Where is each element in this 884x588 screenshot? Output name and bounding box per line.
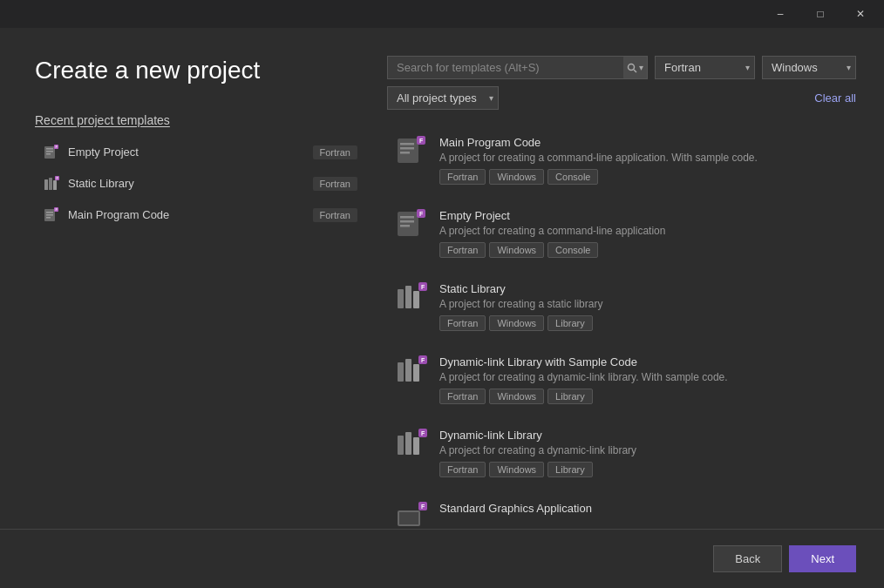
main-container: Create a new project Recent project temp… [0, 28, 884, 588]
tag: Windows [489, 242, 544, 258]
svg-rect-47 [399, 512, 418, 524]
titlebar: – □ ✕ [0, 0, 884, 28]
svg-rect-36 [398, 362, 404, 382]
recent-item-badge: Fortran [313, 177, 357, 191]
svg-text:F: F [421, 284, 425, 290]
template-item[interactable]: F Main Program Code A project for creati… [387, 124, 856, 197]
svg-rect-3 [46, 153, 51, 155]
template-title: Dynamic-link Library with Sample Code [439, 355, 847, 368]
template-item[interactable]: F Empty Project A project for creating a… [387, 197, 856, 270]
svg-rect-42 [405, 432, 411, 455]
template-desc: A project for creating a dynamic-link li… [439, 444, 847, 456]
svg-rect-37 [405, 359, 411, 382]
dynamic-library-icon: F [396, 429, 427, 460]
type-filter[interactable]: All project types Application Library [387, 86, 499, 110]
tag: Windows [489, 389, 544, 404]
svg-rect-38 [413, 364, 419, 382]
language-filter[interactable]: Fortran All languages [655, 56, 755, 79]
platform-filter[interactable]: Windows All platforms [762, 56, 856, 79]
svg-rect-33 [413, 291, 419, 308]
tag-row: Fortran Windows Console [439, 169, 847, 185]
search-box: ▾ [387, 56, 648, 79]
svg-text:F: F [421, 430, 425, 436]
svg-rect-20 [400, 143, 414, 145]
recent-item-badge: Fortran [313, 145, 357, 159]
svg-rect-26 [400, 216, 414, 219]
tag: Windows [489, 462, 544, 477]
svg-rect-19 [398, 139, 418, 163]
template-title: Dynamic-link Library [439, 429, 847, 442]
template-desc: A project for creating a dynamic-link li… [439, 371, 847, 383]
svg-rect-13 [46, 214, 53, 216]
template-item[interactable]: F Standard Graphics Application [387, 490, 856, 529]
main-program-icon: F [44, 207, 59, 223]
svg-rect-25 [398, 212, 418, 236]
next-button[interactable]: Next [789, 545, 856, 572]
maximize-button[interactable]: □ [800, 0, 840, 28]
svg-rect-1 [46, 148, 53, 150]
recent-item[interactable]: F Main Program Code Fortran [35, 200, 366, 230]
svg-rect-27 [400, 220, 414, 223]
svg-line-18 [634, 70, 636, 72]
recent-item[interactable]: F Static Library Fortran [35, 169, 366, 199]
tag: Fortran [439, 389, 486, 404]
graphics-app-icon: F [396, 502, 427, 529]
svg-rect-12 [46, 212, 53, 213]
recent-list: F Empty Project Fortran [35, 138, 366, 230]
platform-filter-wrapper: Windows All platforms [762, 56, 856, 79]
static-library-icon: F [44, 176, 59, 192]
tag: Fortran [439, 462, 486, 477]
minimize-button[interactable]: – [760, 0, 800, 28]
language-filter-wrapper: Fortran All languages [655, 56, 755, 79]
template-title: Empty Project [439, 209, 847, 222]
svg-rect-2 [46, 151, 53, 152]
svg-rect-28 [400, 225, 410, 227]
tag-row: Fortran Windows Library [439, 389, 847, 404]
svg-rect-22 [400, 152, 410, 154]
tag: Library [547, 315, 593, 331]
recent-item-label: Empty Project [68, 145, 139, 159]
back-button[interactable]: Back [713, 545, 782, 572]
recent-item-label: Static Library [68, 177, 134, 190]
template-desc: A project for creating a static library [439, 298, 847, 310]
filters-row: ▾ Fortran All languages Windows All plat… [387, 56, 856, 110]
svg-point-17 [629, 64, 635, 70]
recent-item-badge: Fortran [313, 208, 357, 222]
tag: Windows [489, 169, 544, 185]
empty-project-icon: F [396, 209, 427, 240]
svg-text:F: F [419, 211, 424, 217]
template-item[interactable]: F Static Library A project for creating … [387, 270, 856, 343]
tag-row: Fortran Windows Console [439, 242, 847, 258]
left-panel: Create a new project Recent project temp… [35, 56, 366, 529]
template-title: Static Library [439, 282, 847, 295]
svg-rect-7 [49, 178, 52, 190]
main-program-icon: F [396, 136, 427, 167]
search-icon[interactable]: ▾ [623, 56, 648, 79]
tag: Console [547, 242, 598, 258]
close-button[interactable]: ✕ [840, 0, 881, 28]
dynamic-library-sample-icon: F [396, 355, 427, 387]
tag: Library [547, 462, 593, 477]
template-list: F Main Program Code A project for creati… [387, 124, 856, 529]
clear-all-link[interactable]: Clear all [814, 91, 856, 105]
template-item[interactable]: F Dynamic-link Library with Sample Code … [387, 343, 856, 416]
svg-rect-21 [400, 147, 414, 150]
tag-row: Fortran Windows Library [439, 462, 847, 477]
template-title: Standard Graphics Application [439, 502, 847, 515]
tag: Fortran [439, 169, 486, 185]
svg-text:F: F [419, 138, 424, 144]
svg-rect-6 [44, 179, 48, 190]
svg-rect-43 [413, 437, 419, 455]
recent-item[interactable]: F Empty Project Fortran [35, 138, 366, 167]
svg-rect-41 [398, 436, 404, 455]
svg-rect-8 [53, 180, 57, 190]
svg-text:F: F [421, 357, 425, 363]
template-item[interactable]: F Dynamic-link Library A project for cre… [387, 416, 856, 490]
search-input[interactable] [387, 56, 648, 79]
svg-text:F: F [421, 504, 425, 510]
tag: Console [547, 169, 598, 185]
svg-rect-31 [398, 289, 404, 308]
template-title: Main Program Code [439, 136, 847, 149]
right-panel: ▾ Fortran All languages Windows All plat… [387, 56, 856, 529]
page-title: Create a new project [35, 56, 366, 85]
